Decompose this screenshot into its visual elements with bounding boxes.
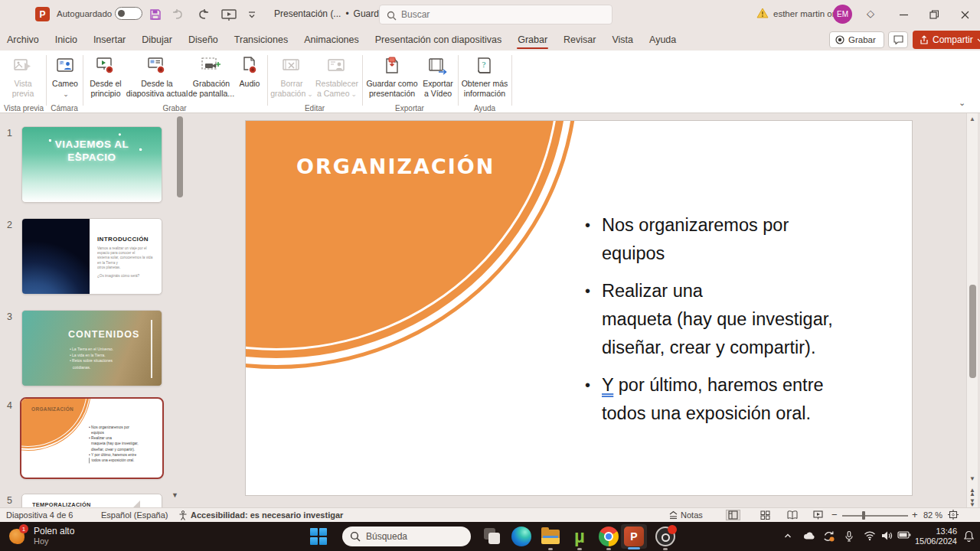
zoom-slider-thumb[interactable]: [862, 511, 865, 520]
close-button[interactable]: [949, 0, 980, 29]
start-button[interactable]: [310, 528, 327, 545]
ribbon-cameo-button[interactable]: P Cameo: [48, 54, 82, 101]
tab-diseno[interactable]: Diseño: [188, 31, 219, 48]
record-button[interactable]: Grabar: [829, 31, 884, 48]
ribbon-restablecer-cameo-button: Restablecera Cameo: [314, 54, 360, 101]
scroll-up-icon[interactable]: ▲: [969, 116, 975, 122]
slide-thumbnail-1[interactable]: VIAJEMOS AL ESPACIO: [21, 126, 162, 203]
next-slide-icon[interactable]: ▼▼: [969, 499, 975, 507]
slide-thumbnail-5[interactable]: TEMPORALIZACIÓN: [21, 494, 162, 507]
ribbon-audio-button[interactable]: Audio: [234, 54, 265, 101]
avatar[interactable]: EM: [833, 5, 852, 24]
notes-toggle[interactable]: Notas: [668, 510, 703, 520]
comments-button[interactable]: [888, 31, 908, 48]
diamond-icon[interactable]: ◇: [867, 8, 874, 19]
grammar-underline: Y: [602, 375, 613, 395]
slide-thumbnail-4-selected[interactable]: ORGANIZACIÓN • Nos organizaremos por equ…: [20, 397, 164, 479]
bullet-item: • Y por último, haremos entretodos una e…: [585, 371, 899, 428]
tray-clock[interactable]: 13:46 15/06/2024: [908, 527, 957, 546]
slide-body-text[interactable]: • Nos organizaremos porequipos • Realiza…: [585, 211, 899, 437]
onedrive-cloud-icon[interactable]: [802, 530, 816, 541]
tab-revisar[interactable]: Revisar: [563, 31, 596, 48]
tab-insertar[interactable]: Insertar: [93, 31, 126, 48]
customize-quick-access-icon[interactable]: [243, 6, 260, 23]
powerpoint-app-icon[interactable]: P: [35, 7, 50, 21]
edge-icon[interactable]: [511, 527, 531, 546]
thumbnail-scroll-down-icon[interactable]: ▼: [172, 491, 178, 499]
title-separator: •: [345, 8, 348, 19]
search-box[interactable]: [379, 5, 612, 24]
utorrent-icon[interactable]: µ: [570, 527, 590, 546]
tab-presentacion-con-diapositivas[interactable]: Presentación con diapositivas: [374, 31, 502, 48]
scroll-down-icon[interactable]: ▼: [969, 477, 975, 481]
tab-animaciones[interactable]: Animaciones: [303, 31, 360, 48]
speaker-icon[interactable]: [880, 530, 893, 541]
tab-archivo[interactable]: Archivo: [6, 31, 40, 48]
autosave-toggle-knob: [118, 10, 125, 17]
weather-widget[interactable]: 1 Polen alto Hoy: [8, 526, 74, 546]
zoom-slider-track[interactable]: [842, 515, 908, 517]
thumbnail-scrollbar-thumb[interactable]: [177, 116, 183, 197]
accessibility-icon: [178, 510, 188, 520]
zoom-level[interactable]: 82 %: [923, 510, 942, 520]
ribbon-obtener-mas-informacion-button[interactable]: ? Obtener másinformación: [460, 54, 509, 101]
accessibility-status[interactable]: Accesibilidad: es necesario investigar: [191, 510, 343, 520]
notifications-bell-icon[interactable]: [963, 530, 975, 542]
restore-button[interactable]: [919, 0, 949, 29]
redo-icon[interactable]: [194, 6, 211, 23]
tab-dibujar[interactable]: Dibujar: [141, 31, 173, 48]
earth-image: [22, 219, 90, 294]
tab-inicio[interactable]: Inicio: [54, 31, 78, 48]
fit-slide-to-window-button[interactable]: [948, 510, 959, 520]
previous-slide-icon[interactable]: ▲▲: [969, 488, 975, 496]
chrome-icon[interactable]: [599, 527, 619, 546]
tab-ayuda[interactable]: Ayuda: [648, 31, 677, 48]
record-from-beginning-icon: [96, 55, 116, 77]
scrollbar-thumb[interactable]: [969, 285, 976, 378]
zoom-out-button[interactable]: −: [831, 509, 838, 520]
autosave-toggle[interactable]: [115, 7, 142, 20]
tab-transiciones[interactable]: Transiciones: [234, 31, 289, 48]
taskbar-search[interactable]: Búsqueda: [342, 527, 471, 546]
view-normal-button[interactable]: [726, 510, 740, 520]
ribbon-guardar-como-presentacion-button[interactable]: Guardar comopresentación: [365, 54, 419, 101]
powerpoint-taskbar-button[interactable]: P: [621, 524, 647, 549]
wifi-icon[interactable]: [864, 530, 876, 541]
save-icon[interactable]: [147, 6, 164, 23]
sync-icon[interactable]: [822, 530, 836, 543]
ribbon-desde-el-principio-button[interactable]: Desde elprincipio: [85, 54, 126, 101]
tab-vista[interactable]: Vista: [611, 31, 634, 48]
slideshow-quick-icon[interactable]: [220, 6, 237, 23]
text-cursor: todos una exposición oral.: [89, 458, 164, 463]
workspace: 1 2 3 4 5 VIAJEMOS AL ESPACIO INTRODUCCI…: [0, 113, 980, 507]
tray-chevron-up-icon[interactable]: [782, 530, 793, 541]
chevron-down-icon: [61, 89, 69, 98]
obs-icon[interactable]: [655, 527, 675, 546]
document-title[interactable]: Presentación (...: [274, 8, 341, 19]
comment-icon: [893, 35, 903, 44]
svg-text:P: P: [60, 60, 64, 65]
slide-title[interactable]: ORGANIZACIÓN: [296, 155, 495, 178]
warning-icon[interactable]: [756, 8, 769, 18]
vertical-scrollbar[interactable]: ▲ ▼ ▲▲ ▼▼: [966, 113, 978, 507]
ribbon-desde-diapositiva-actual-button[interactable]: Desde ladiapositiva actual: [127, 54, 187, 101]
view-reading-button[interactable]: [787, 510, 798, 520]
share-button[interactable]: Compartir: [913, 31, 980, 49]
language-status[interactable]: Español (España): [101, 510, 168, 520]
ribbon-group-camara: Cámara: [51, 104, 78, 112]
ribbon-exportar-video-button[interactable]: Exportara Vídeo: [420, 54, 456, 101]
slide-thumbnail-3[interactable]: CONTENIDOS • La Tierra en el Universo. •…: [21, 310, 162, 386]
zoom-in-button[interactable]: +: [912, 509, 918, 520]
view-slide-sorter-button[interactable]: [760, 510, 770, 520]
microphone-icon[interactable]: [844, 530, 854, 543]
task-view-button[interactable]: [482, 527, 502, 546]
minimize-button[interactable]: [888, 0, 919, 29]
view-slideshow-button[interactable]: [813, 510, 823, 520]
ribbon-grabacion-pantalla-button[interactable]: Grabaciónde pantalla...: [188, 54, 235, 101]
tab-grabar[interactable]: Grabar: [517, 31, 548, 48]
file-explorer-icon[interactable]: [541, 527, 560, 546]
search-input[interactable]: [401, 9, 585, 20]
slide-thumbnail-2[interactable]: INTRODUCCIÓN Vamos a realizar un viaje p…: [21, 218, 162, 295]
slide-canvas[interactable]: ORGANIZACIÓN • Nos organizaremos porequi…: [245, 120, 913, 496]
collapse-ribbon-icon[interactable]: ⌄: [959, 98, 965, 108]
